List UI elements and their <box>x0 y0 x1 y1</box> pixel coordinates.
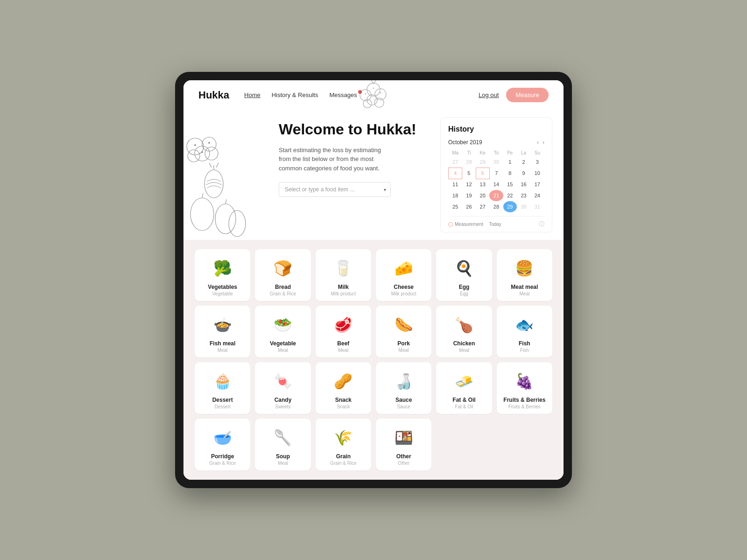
calendar-day[interactable]: 6 <box>476 168 489 179</box>
food-card-icon: 🍔 <box>513 257 536 280</box>
calendar-day[interactable]: 17 <box>530 179 544 190</box>
calendar-day[interactable]: 24 <box>530 190 544 201</box>
food-category-card[interactable]: 🥜SnackSnack <box>316 362 371 414</box>
food-category-card[interactable]: 🧀CheeseMilk product <box>376 249 431 301</box>
food-category-card[interactable]: 🍲Fish mealMeal <box>195 306 250 357</box>
calendar-day[interactable]: 21 <box>489 190 503 201</box>
food-card-type: Meal <box>278 461 288 466</box>
calendar-footer: Measurement Today ⓘ <box>448 216 544 228</box>
food-card-name: Meat meal <box>511 284 538 290</box>
food-card-type: Meat <box>338 348 348 353</box>
svg-line-26 <box>202 193 203 198</box>
logout-button[interactable]: Log out <box>479 91 499 98</box>
calendar-day[interactable]: 27 <box>476 201 489 212</box>
food-category-card[interactable]: 🥛MilkMilk product <box>316 249 371 301</box>
calendar-info-icon[interactable]: ⓘ <box>539 220 544 228</box>
food-category-card[interactable]: 🧈Fat & OilFat & Oil <box>436 362 492 414</box>
food-card-name: Fruits & Berries <box>503 397 545 403</box>
nav-messages[interactable]: Messages <box>329 91 357 98</box>
calendar-day[interactable]: 28 <box>489 201 503 212</box>
food-card-icon: 🍳 <box>452 257 476 280</box>
calendar-day[interactable]: 31 <box>530 201 544 212</box>
legend-dot <box>448 222 453 227</box>
measure-button[interactable]: Measure <box>506 88 549 102</box>
calendar-day[interactable]: 27 <box>449 156 462 168</box>
calendar-day[interactable]: 14 <box>489 179 503 190</box>
svg-point-24 <box>215 204 236 234</box>
food-category-card[interactable]: 🌾GrainGrain & Rice <box>316 419 371 470</box>
tablet-screen: Hukka Home History & Results Messages <box>183 80 564 480</box>
food-category-card[interactable]: 🐟FishFish <box>497 306 552 357</box>
calendar-day[interactable]: 12 <box>462 179 476 190</box>
calendar-day[interactable]: 7 <box>489 168 503 179</box>
calendar-day[interactable]: 15 <box>503 179 517 190</box>
food-category-card[interactable]: 🌭PorkMeat <box>376 306 431 357</box>
calendar-day[interactable]: 18 <box>449 190 462 201</box>
food-card-type: Grain & Rice <box>209 461 236 466</box>
calendar-day[interactable]: 13 <box>476 179 489 190</box>
food-select-input[interactable]: Select or type a food item ... <box>279 182 391 197</box>
calendar-day[interactable]: 16 <box>517 179 530 190</box>
calendar-day[interactable]: 25 <box>449 201 462 212</box>
calendar-day[interactable]: 11 <box>449 179 462 190</box>
calendar-next-button[interactable]: › <box>543 139 544 146</box>
food-card-icon: 🥦 <box>211 257 234 280</box>
calendar-day[interactable]: 19 <box>462 190 476 201</box>
food-card-name: Egg <box>459 284 470 290</box>
calendar-day[interactable]: 30 <box>489 156 503 168</box>
food-category-card[interactable]: 🥄SoupMeal <box>255 419 310 470</box>
calendar-day[interactable]: 26 <box>462 201 476 212</box>
calendar-day[interactable]: 29 <box>503 201 517 212</box>
food-card-icon: 🍶 <box>392 370 416 393</box>
food-card-type: Meal <box>278 348 288 353</box>
food-category-card[interactable]: 🍶SauceSauce <box>376 362 431 414</box>
calendar-day[interactable]: 3 <box>530 156 544 168</box>
calendar-day[interactable]: 22 <box>503 190 517 201</box>
calendar-today-button[interactable]: Today <box>489 222 501 227</box>
calendar-day[interactable]: 28 <box>462 156 476 168</box>
nav-home[interactable]: Home <box>244 91 261 98</box>
food-card-icon: 🧁 <box>211 370 234 393</box>
food-category-card[interactable]: 🧁DessertDessert <box>195 362 250 414</box>
svg-point-11 <box>187 138 204 155</box>
food-card-type: Meat <box>459 348 469 353</box>
nav-history[interactable]: History & Results <box>272 91 318 98</box>
food-category-card[interactable]: 🍗ChickenMeat <box>436 306 492 357</box>
food-card-name: Dessert <box>212 397 233 403</box>
header: Hukka Home History & Results Messages <box>183 80 564 110</box>
food-card-name: Candy <box>275 397 292 403</box>
calendar-day[interactable]: 29 <box>476 156 489 168</box>
hero-content: Welcome to Hukka! Start estimating the l… <box>268 110 440 240</box>
food-category-card[interactable]: 🍞BreadGrain & Rice <box>255 249 310 301</box>
food-category-card[interactable]: 🍔Meat mealMeal <box>497 249 552 301</box>
food-category-card[interactable]: 🥦VegetablesVegetable <box>195 249 250 301</box>
calendar-week-row: 45678910 <box>449 168 544 179</box>
calendar-day[interactable]: 30 <box>517 201 530 212</box>
food-card-name: Vegetables <box>208 284 237 290</box>
food-category-card[interactable]: 🍇Fruits & BerriesFruits & Berries <box>497 362 552 414</box>
calendar-day[interactable]: 1 <box>503 156 517 168</box>
food-category-card[interactable]: 🍱OtherOther <box>376 419 431 470</box>
food-category-card[interactable]: 🥩BeefMeat <box>316 306 371 357</box>
calendar-day[interactable]: 5 <box>462 168 476 179</box>
calendar-prev-button[interactable]: ‹ <box>537 139 539 146</box>
calendar-day[interactable]: 23 <box>517 190 530 201</box>
food-card-name: Porridge <box>211 453 234 460</box>
calendar-day[interactable]: 20 <box>476 190 489 201</box>
food-category-card[interactable]: 🥣PorridgeGrain & Rice <box>195 419 250 470</box>
svg-point-8 <box>373 88 374 89</box>
food-card-type: Grain & Rice <box>270 291 296 296</box>
calendar-day[interactable]: 10 <box>530 168 544 179</box>
food-category-card[interactable]: 🥗VegetableMeal <box>255 306 310 357</box>
food-category-card[interactable]: 🍳EggEgg <box>436 249 492 301</box>
calendar-day[interactable]: 2 <box>517 156 530 168</box>
calendar-day[interactable]: 4 <box>449 168 462 179</box>
svg-point-5 <box>363 99 372 108</box>
food-category-card[interactable]: 🍬CandySweets <box>255 362 310 414</box>
food-card-name: Fish <box>519 340 530 347</box>
svg-point-12 <box>202 137 216 151</box>
calendar-day[interactable]: 8 <box>503 168 517 179</box>
food-card-name: Soup <box>276 453 290 460</box>
food-card-name: Snack <box>335 397 352 403</box>
calendar-day[interactable]: 9 <box>517 168 530 179</box>
